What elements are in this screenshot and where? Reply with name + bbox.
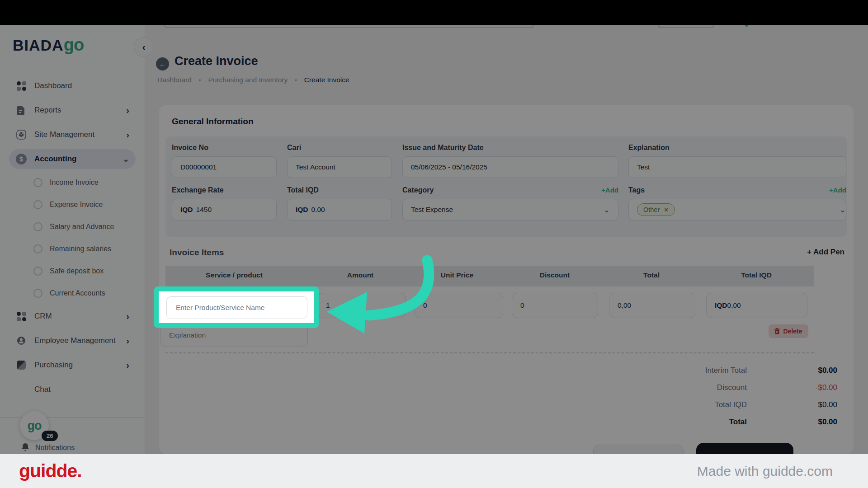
made-with-text: Made with guidde.com <box>697 464 833 479</box>
app-screenshot: BIADAgo Dashboard Reports › Site Managem… <box>0 0 868 488</box>
guidde-logo: guidde. <box>19 460 82 482</box>
service-product-input[interactable] <box>166 296 307 319</box>
guidde-footer: guidde. Made with guidde.com <box>0 454 868 488</box>
highlight-box <box>154 286 319 328</box>
dim-overlay <box>0 0 868 454</box>
